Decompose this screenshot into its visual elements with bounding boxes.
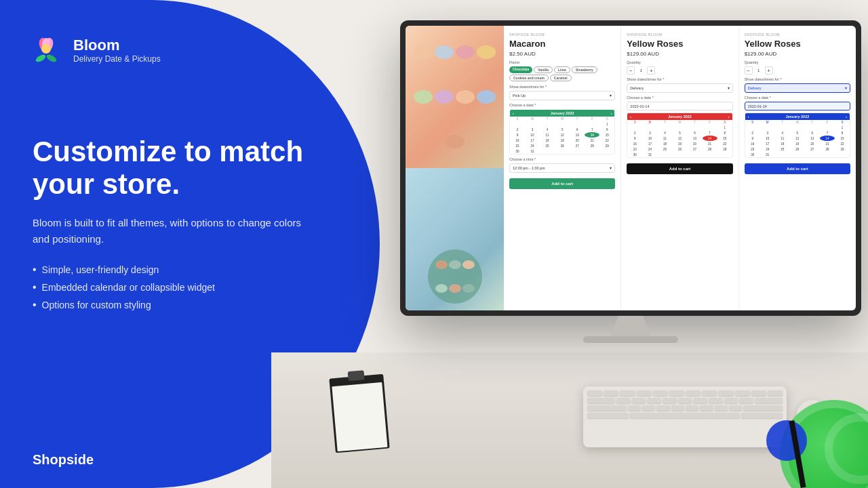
- panel-yellow-roses-2: SHOPSIDE BLOOM Yellow Roses $129.00 AUD …: [739, 26, 856, 310]
- tag-lime[interactable]: Lime: [554, 66, 570, 73]
- panel-macaron: SHOPSIDE BLOOM Macaron $2.50 AUD Flavor …: [504, 26, 621, 310]
- feature-item-3: Options for custom styling: [33, 299, 304, 311]
- panel2-date-label: Choose a date *: [627, 96, 732, 100]
- feature-item-2: Embedded calendar or collapsible widget: [33, 281, 304, 293]
- qty-minus-3[interactable]: −: [745, 66, 753, 75]
- svg-point-3: [41, 44, 51, 54]
- feature-list: Simple, user-friendly design Embedded ca…: [33, 264, 304, 311]
- monitor-base: [583, 336, 678, 343]
- panel1-title: Macaron: [509, 39, 615, 49]
- tag-cookies[interactable]: Cookies and cream: [509, 75, 549, 81]
- panel3-date-label: Choose a date *: [745, 96, 850, 100]
- cal3-grid: SMTWTFS 1 2345678 9101112131415 16171819…: [745, 120, 850, 157]
- svg-point-4: [35, 54, 47, 64]
- panel1-price: $2.50 AUD: [509, 51, 615, 57]
- product-image-top: [406, 26, 504, 168]
- product-images: [406, 26, 504, 310]
- tag-vanilla[interactable]: Vanilla: [534, 66, 553, 73]
- panel1-dropdown[interactable]: Pick Up ▾: [509, 91, 615, 100]
- panel2-price: $129.00 AUD: [627, 51, 732, 57]
- blue-decoration: [766, 420, 807, 461]
- keyboard: [583, 386, 787, 447]
- panel2-dropdown[interactable]: Delivery ▾: [627, 83, 732, 93]
- bloom-logo-icon: [28, 33, 64, 68]
- panel3-dates-label: Show dates/times for *: [745, 77, 850, 81]
- feature-item-1: Simple, user-friendly design: [33, 264, 304, 276]
- cal1-grid: SMTWTFS 1 2345678 9101112131415 16171819…: [510, 117, 614, 154]
- panel2-add-to-cart[interactable]: Add to cart: [627, 163, 732, 174]
- panel1-add-to-cart[interactable]: Add to cart: [509, 178, 615, 189]
- panel1-date-label: Choose a date *: [509, 103, 615, 107]
- panel3-brand: SHOPSIDE BLOOM: [745, 33, 850, 37]
- panel3-date-input[interactable]: 2022-01-14: [745, 102, 850, 110]
- panel3-dropdown[interactable]: Delivery ▾: [745, 83, 850, 93]
- panel1-time-label: Choose a time *: [509, 157, 615, 161]
- description: Bloom is built to fit all themes, with o…: [33, 215, 304, 247]
- tag-chocolate[interactable]: Chocolate: [509, 66, 532, 73]
- panel3-add-to-cart[interactable]: Add to cart: [745, 163, 850, 174]
- panel3-price: $129.00 AUD: [745, 51, 850, 57]
- panel2-calendar: ‹ January 2022 › SMTWTFS 1 2345678 91011…: [627, 113, 732, 158]
- panel2-date-input[interactable]: 2022-01-14: [627, 102, 732, 110]
- panel-yellow-roses-1: SHOPSIDE BLOOM Yellow Roses $129.00 AUD …: [621, 26, 738, 310]
- qty-val-2: 1: [637, 68, 644, 73]
- cal1-header: ‹ January 2022 ›: [510, 110, 614, 117]
- qty-plus-3[interactable]: +: [765, 66, 773, 75]
- cal3-header: ‹ January 2022 ›: [745, 113, 850, 120]
- logo-text: Bloom Delivery Date & Pickups: [73, 37, 161, 64]
- qty-row-3: − 1 +: [745, 66, 850, 75]
- logo-area: Bloom Delivery Date & Pickups: [28, 33, 161, 68]
- clipboard-paper: [332, 382, 387, 451]
- tag-strawberry[interactable]: Strawberry: [572, 66, 597, 73]
- qty-plus-2[interactable]: +: [647, 66, 655, 75]
- shopside-label: Shopside: [33, 452, 94, 468]
- monitor-stand: [610, 316, 651, 336]
- app-subtitle: Delivery Date & Pickups: [73, 54, 161, 64]
- qty-minus-2[interactable]: −: [627, 66, 635, 75]
- monitor-frame: SHOPSIDE BLOOM Macaron $2.50 AUD Flavor …: [400, 20, 861, 316]
- panel2-qty-label: Quantity: [627, 60, 732, 64]
- panel3-qty-label: Quantity: [745, 60, 850, 64]
- panel2-brand: SHOPSIDE BLOOM: [627, 33, 732, 37]
- cal2-grid: SMTWTFS 1 2345678 9101112131415 16171819…: [627, 120, 732, 157]
- qty-row-2: − 1 +: [627, 66, 732, 75]
- app-title: Bloom: [73, 37, 161, 54]
- monitor-screen: SHOPSIDE BLOOM Macaron $2.50 AUD Flavor …: [406, 26, 856, 310]
- keyboard-keys: [583, 386, 787, 422]
- flavor-tags: Chocolate Vanilla Lime Strawberry Cookie…: [509, 66, 615, 81]
- panel2-title: Yellow Roses: [627, 39, 732, 49]
- panel3-title: Yellow Roses: [745, 39, 850, 49]
- panel1-time-dropdown[interactable]: 12:00 pm - 1:00 pm ▾: [509, 163, 615, 173]
- headline: Customize to match your store.: [33, 136, 304, 201]
- left-content: Customize to match your store. Bloom is …: [33, 136, 304, 311]
- panel3-calendar: ‹ January 2022 › SMTWTFS 1 2345678 91011…: [745, 113, 850, 158]
- cal2-header: ‹ January 2022 ›: [627, 113, 732, 120]
- product-image-bottom: [406, 168, 504, 310]
- qty-val-3: 1: [755, 68, 762, 73]
- clipboard: [329, 374, 389, 453]
- panel1-dates-label: Show dates/times for *: [509, 85, 615, 89]
- panel1-flavor-label: Flavor: [509, 60, 615, 64]
- tag-caramel[interactable]: Caramel: [550, 75, 572, 81]
- monitor: SHOPSIDE BLOOM Macaron $2.50 AUD Flavor …: [400, 20, 861, 343]
- svg-point-5: [45, 54, 58, 64]
- monitor-container: SHOPSIDE BLOOM Macaron $2.50 AUD Flavor …: [380, 20, 868, 343]
- panel1-calendar: ‹ January 2022 › SMTWTFS 1 2345678 91011…: [509, 109, 615, 155]
- panel2-dates-label: Show dates/times for *: [627, 77, 732, 81]
- panel1-brand: SHOPSIDE BLOOM: [509, 33, 615, 37]
- clipboard-clip: [348, 370, 365, 381]
